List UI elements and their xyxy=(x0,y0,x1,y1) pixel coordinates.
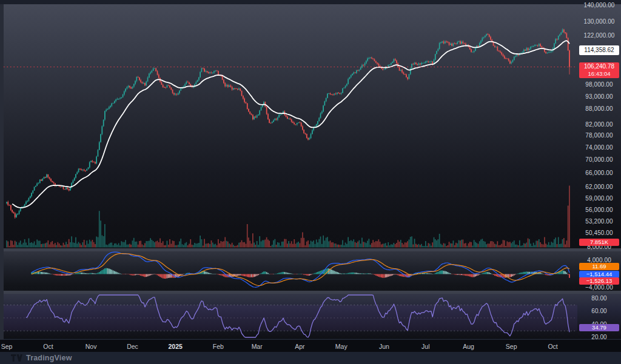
tradingview-logo[interactable]: TradingView xyxy=(11,354,72,362)
price-tick-label: 50,450.00 xyxy=(577,230,621,237)
price-tick-label: 53,200.00 xyxy=(577,218,621,225)
price-tick-label: 56,000.00 xyxy=(577,207,621,214)
pane-separator-macd-rsi[interactable] xyxy=(0,291,621,294)
price-tick-label: 130,000.00 xyxy=(577,18,621,25)
price-axis[interactable]: 140,000.00130,000.00122,000.0098,000.009… xyxy=(577,0,621,339)
price-tick-label: 88,000.00 xyxy=(577,105,621,113)
tradingview-chart-window: 140,000.00130,000.00122,000.0098,000.009… xyxy=(0,0,621,364)
rsi-tick-label: 60.00 xyxy=(577,308,621,315)
month-label: Sep xyxy=(506,343,517,350)
month-label: Sep xyxy=(1,343,13,350)
last-price-label: 106,240.78 16:43:04 xyxy=(579,62,619,78)
month-label: Oct xyxy=(43,343,53,350)
month-label: Jun xyxy=(379,343,389,350)
pane-separator-main-macd[interactable] xyxy=(0,248,621,251)
month-label: Nov xyxy=(86,343,97,350)
price-tick-label: 82,000.00 xyxy=(577,121,621,128)
month-label: Apr xyxy=(295,343,304,350)
rsi-tick-label: 80.00 xyxy=(577,295,621,302)
month-label: Aug xyxy=(463,343,474,350)
bottom-bar: TradingView xyxy=(0,352,621,364)
chart-left-edge xyxy=(0,4,4,339)
ma-value-label: 114,358.62 xyxy=(579,45,619,55)
price-tick-label: 78,000.00 xyxy=(577,132,621,139)
month-label: Mar xyxy=(252,343,263,350)
price-tick-label: 62,000.00 xyxy=(577,184,621,191)
chart-plot-canvas[interactable] xyxy=(0,0,621,364)
volume-value-label: 7.851K xyxy=(579,239,619,246)
macd-signal-value-label: 11.69 xyxy=(579,263,619,270)
price-tick-label: 140,000.00 xyxy=(577,2,621,9)
price-tick-label: 74,000.00 xyxy=(577,144,621,151)
price-tick-label: 66,000.00 xyxy=(577,170,621,177)
macd-value-label: −1,514.44 xyxy=(579,271,619,278)
month-label: Feb xyxy=(213,343,224,350)
month-label: 2025 xyxy=(168,343,182,350)
price-tick-label: 98,000.00 xyxy=(577,81,621,88)
month-label: Dec xyxy=(127,343,138,350)
bar-countdown: 16:43:04 xyxy=(579,70,619,78)
tradingview-wordmark: TradingView xyxy=(26,354,72,362)
month-label: Oct xyxy=(548,343,557,350)
month-label: May xyxy=(335,343,347,350)
macd-histogram-value-label: −1,526.13 xyxy=(579,277,619,285)
price-tick-label: 93,000.00 xyxy=(577,93,621,101)
time-axis[interactable]: SepOctNovDec2025FebMarAprMayJunJulAugSep… xyxy=(0,339,621,352)
rsi-value-label: 34.79 xyxy=(579,324,619,331)
last-price-value: 106,240.78 xyxy=(579,63,619,70)
tradingview-icon xyxy=(11,354,22,362)
month-label: Jul xyxy=(421,343,429,350)
macd-tick-label: −4,000.00 xyxy=(577,284,621,291)
price-tick-label: 122,000.00 xyxy=(577,32,621,39)
price-tick-label: 59,000.00 xyxy=(577,195,621,202)
rsi-tick-label: 20.00 xyxy=(577,334,621,341)
price-tick-label: 70,000.00 xyxy=(577,156,621,164)
